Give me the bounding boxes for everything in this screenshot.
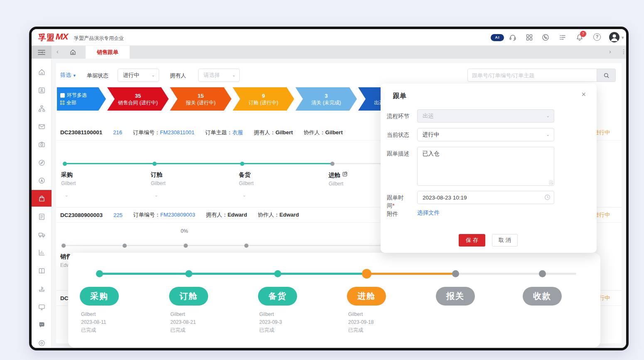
tab-sales-tracking[interactable]: 销售跟单	[86, 46, 130, 59]
brand-logo-mx: MX	[56, 32, 68, 42]
sidebar-discover-icon[interactable]	[32, 154, 52, 171]
popup-stage: 采购 Gilbert2023-08-11已完成	[80, 287, 146, 334]
sidebar-org-icon[interactable]	[32, 100, 52, 117]
process-stage-select[interactable]: 出运⌄	[417, 109, 554, 123]
stage-segment-all[interactable]: 环节多选 全部	[57, 87, 106, 111]
collapse-menu-button[interactable]	[32, 46, 52, 59]
owner-filter-label: 拥有人	[170, 72, 186, 79]
tab-more-icon[interactable]: ⋮	[621, 48, 627, 55]
follow-up-modal: 跟单 × 流程环节 出运⌄ 当前状态 进行中⌄ 跟单描述 已入仓 跟单时间* 附…	[381, 84, 597, 253]
edit-icon[interactable]	[342, 171, 348, 178]
stage-status: 已完成	[348, 326, 413, 334]
order-subject-link[interactable]: 衣服	[232, 129, 243, 136]
sidebar-contacts-icon[interactable]	[32, 82, 52, 99]
multi-select-checkbox[interactable]	[60, 93, 65, 98]
stage-person: Gilbert	[348, 311, 413, 318]
stage-pill[interactable]: 订舱	[169, 287, 208, 306]
owner-filter-select[interactable]: 请选择⌄	[198, 69, 240, 82]
avatar-dropdown-chevron[interactable]: ▾	[622, 35, 624, 40]
order-no-link[interactable]: FM230811001	[160, 129, 194, 136]
stage-timeline-popup: 采购 Gilbert2023-08-11已完成 订舱 Gilbert2023-0…	[68, 253, 600, 348]
stage-segment-booking[interactable]: 9订舱 (进行中)	[233, 87, 294, 111]
popup-line-current	[366, 273, 455, 275]
description-textarea[interactable]: 已入仓	[417, 147, 554, 186]
textarea-resize-grip[interactable]	[549, 180, 553, 185]
popup-line-done	[99, 273, 366, 275]
headset-icon[interactable]	[509, 33, 517, 42]
search-button[interactable]	[597, 69, 616, 82]
expand-stage-chevron[interactable]: ⌄	[64, 192, 69, 198]
timeline-stage: 订舱Gilbert	[151, 171, 221, 186]
sidebar-products-icon[interactable]	[32, 136, 52, 153]
expand-stage-chevron[interactable]: ⌄	[154, 192, 158, 198]
popup-stage: 进舱 Gilbert2023-09-18已完成	[347, 287, 413, 334]
stage-pill-current[interactable]: 进舱	[347, 287, 386, 306]
cancel-button[interactable]: 取消	[492, 234, 518, 247]
save-button[interactable]: 保存	[459, 234, 485, 247]
stage-person: Gilbert	[259, 311, 324, 318]
timeline-dot-done[interactable]	[240, 162, 244, 166]
timeline-dot-pending[interactable]	[184, 244, 188, 248]
app-header: 孚盟 MX 孚盟产品演示专用企业 AI 7 ? ▾	[32, 29, 626, 46]
timeline-dot-pending[interactable]	[61, 244, 66, 248]
modal-title: 跟单	[393, 92, 406, 101]
sidebar-invoice-icon[interactable]	[32, 208, 52, 225]
help-icon[interactable]: ?	[593, 33, 601, 41]
sidebar-workbench-icon[interactable]	[32, 298, 52, 315]
search-input[interactable]	[467, 69, 597, 82]
stage-date: 2023-08-11	[81, 318, 146, 326]
progress-percent: 0%	[181, 228, 188, 234]
stage-segment-customs[interactable]: 15报关 (进行中)	[170, 87, 231, 111]
stage-pill-todo[interactable]: 收款	[523, 287, 562, 306]
order-no: 订单编号：FM230811001	[133, 129, 194, 136]
order-no-link[interactable]: FM230809003	[160, 212, 195, 218]
stage-segment-clearance[interactable]: 3清关 (未完成)	[295, 87, 357, 111]
expand-stage-chevron[interactable]: ⌄	[242, 192, 246, 198]
sidebar-orders-icon-active[interactable]	[32, 190, 52, 207]
tab-forward-chevron[interactable]: ›	[609, 48, 611, 55]
filter-toggle-link[interactable]: 筛选 ▼	[60, 72, 76, 79]
order-id: DC23081100001	[60, 129, 102, 136]
sidebar-reports-icon[interactable]	[32, 244, 52, 261]
sidebar-logistics-icon[interactable]	[32, 226, 52, 243]
sidebar-home-icon[interactable]	[32, 64, 52, 80]
close-icon[interactable]: ×	[581, 90, 586, 99]
tab-back-chevron[interactable]: ‹	[57, 48, 59, 55]
timeline-dot-done[interactable]	[63, 162, 67, 166]
stage-pill[interactable]: 采购	[80, 287, 119, 306]
sidebar-marketing-icon[interactable]	[32, 172, 52, 189]
follow-time-input[interactable]	[417, 191, 554, 204]
sidebar-shipping-icon[interactable]	[32, 281, 52, 297]
stage-person: Gilbert	[170, 311, 236, 318]
stage-pill-todo[interactable]: 报关	[436, 287, 475, 306]
user-avatar[interactable]	[609, 32, 619, 42]
notification-bell-icon[interactable]: 7	[575, 33, 584, 42]
ai-assistant-button[interactable]: AI	[491, 34, 504, 41]
stage-segment-contract[interactable]: 35销售合同 (进行中)	[107, 87, 169, 111]
timeline-dot-pending[interactable]	[330, 162, 334, 166]
apps-grid-icon[interactable]	[525, 33, 533, 42]
timeline-dot-pending[interactable]	[123, 244, 127, 248]
timeline-dot-pending[interactable]	[244, 244, 248, 248]
current-status-select[interactable]: 进行中⌄	[417, 128, 554, 141]
order-no: 订单编号：FM230809003	[133, 211, 195, 219]
phone-contact-icon[interactable]	[541, 33, 550, 42]
home-tab-icon[interactable]	[66, 47, 79, 57]
sidebar-settings-icon[interactable]	[32, 335, 52, 350]
description-label: 跟单描述	[387, 150, 414, 158]
order-count-link[interactable]: 225	[113, 212, 123, 218]
sidebar-mail-icon[interactable]	[32, 118, 52, 135]
sidebar-wechat-icon[interactable]	[32, 316, 52, 333]
popup-line-todo	[542, 273, 576, 275]
process-stage-label: 流程环节	[387, 112, 414, 120]
sidebar-knowledge-icon[interactable]	[32, 262, 52, 279]
timeline-dot-done[interactable]	[152, 162, 157, 166]
stage-pill[interactable]: 备货	[258, 287, 297, 306]
order-count-link[interactable]: 216	[113, 129, 122, 136]
choose-file-link[interactable]: 选择文件	[417, 209, 440, 217]
popup-line-todo	[455, 273, 542, 275]
task-list-icon[interactable]	[558, 33, 567, 42]
status-filter-label: 单据状态	[87, 72, 108, 79]
brand-logo: 孚盟	[38, 32, 55, 43]
status-filter-select[interactable]: 进行中⌄	[118, 69, 159, 82]
